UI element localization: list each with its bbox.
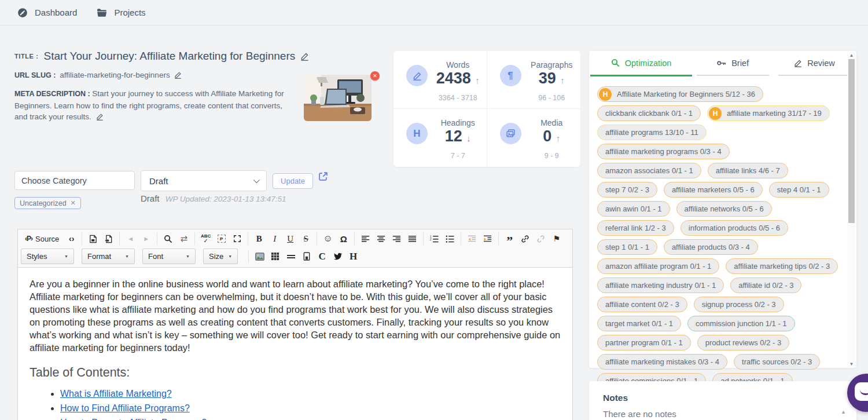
keyword-chip[interactable]: amazon affiliate program 0/1 - 1	[597, 258, 719, 274]
external-link-icon[interactable]	[318, 171, 328, 181]
code-snippet-icon[interactable]: ‹ ›	[64, 231, 78, 246]
align-right-icon[interactable]	[389, 231, 404, 246]
edit-meta-icon[interactable]	[96, 113, 104, 120]
blockquote-icon[interactable]: ”	[502, 231, 517, 246]
size-dropdown[interactable]: Size▼	[203, 249, 238, 264]
keyword-chip[interactable]: affiliate marketing programs 0/3 - 4	[597, 144, 730, 159]
tab-optimization[interactable]: Optimization	[590, 51, 692, 76]
link-icon[interactable]	[518, 231, 532, 246]
category-tag[interactable]: Uncategorized ✕	[14, 197, 81, 209]
save-document-icon[interactable]	[86, 231, 100, 246]
remove-category-icon[interactable]: ✕	[71, 199, 76, 207]
tab-review[interactable]: Review	[774, 51, 855, 76]
keyword-chip-label: amazon affiliate program 0/1 - 1	[605, 262, 711, 271]
keyword-chip[interactable]: signup process 0/2 - 3	[694, 297, 784, 312]
toc-list-item: What is Affiliate Marketing?	[60, 389, 561, 399]
keyword-chip[interactable]: product reviews 0/2 - 3	[697, 335, 790, 350]
editor-toolbar: ‹P›Source ‹ › ◄ ► ⇄ ABC✓ P B I U S ☺ Ω	[18, 229, 572, 268]
scrollbar-thumb[interactable]	[848, 59, 855, 223]
keyword-chip[interactable]: referral link 1/2 - 3	[597, 220, 674, 236]
align-center-icon[interactable]	[374, 231, 388, 246]
bulleted-list-icon[interactable]	[443, 231, 457, 246]
bold-icon[interactable]: B	[252, 231, 266, 246]
nav-projects-label: Projects	[114, 8, 145, 17]
update-button[interactable]: Update	[273, 173, 313, 189]
keyword-chip[interactable]: information products 0/5 - 6	[681, 220, 788, 236]
replace-icon[interactable]: ⇄	[176, 231, 191, 246]
unlink-icon[interactable]	[534, 231, 548, 246]
insert-image-icon[interactable]	[252, 249, 267, 264]
keyword-chip-label: clickbank clickbank 0/1 - 1	[605, 109, 693, 118]
keyword-chip[interactable]: step 7 0/2 - 3	[597, 182, 657, 198]
rotate-refresh-icon[interactable]: C	[315, 249, 329, 264]
keyword-chip[interactable]: traffic sources 0/2 - 3	[734, 354, 820, 370]
keyword-chip[interactable]: H affiliate marketing 31/17 - 19	[707, 105, 830, 121]
remove-image-button[interactable]: ✕	[370, 71, 380, 81]
font-dropdown[interactable]: Font▼	[142, 249, 196, 264]
emoji-icon[interactable]: ☺	[321, 231, 335, 246]
keyword-chip[interactable]: clickbank clickbank 0/1 - 1	[597, 105, 701, 121]
spellcheck-icon[interactable]: ABC✓	[198, 231, 213, 246]
format-dropdown[interactable]: Format▼	[82, 249, 135, 264]
edit-title-icon[interactable]	[300, 52, 309, 61]
keyword-chip-label: affiliate marketing 31/17 - 19	[727, 109, 822, 118]
keyword-chip[interactable]: affiliate marketers 0/5 - 6	[664, 182, 763, 198]
ordered-list-icon[interactable]: 12	[427, 231, 442, 246]
keyword-chip[interactable]: affiliate links 4/6 - 7	[708, 163, 788, 178]
editor-content-area[interactable]: Are you a beginner in the online busines…	[18, 268, 572, 420]
align-justify-icon[interactable]	[405, 231, 420, 246]
undo-icon[interactable]: ◄	[123, 231, 138, 246]
strikethrough-icon[interactable]: S	[299, 231, 313, 246]
tab-brief[interactable]: Brief	[692, 51, 774, 76]
keyword-chip[interactable]: affiliate networks 0/5 - 6	[676, 201, 772, 217]
panel-scrollbar[interactable]: ▲ ▼	[847, 52, 856, 367]
toc-list-item: How to Promote Affiliate Programs?	[60, 418, 561, 420]
scroll-up-arrow[interactable]: ▲	[847, 52, 856, 59]
styles-dropdown[interactable]: Styles▼	[21, 249, 74, 264]
notes-scroll-up-arrow[interactable]: ▲	[841, 409, 846, 415]
toc-link[interactable]: How to Find Affiliate Programs?	[60, 403, 190, 413]
keyword-chip[interactable]: amazon associates 0/1 - 1	[597, 163, 701, 178]
nav-item-dashboard[interactable]: Dashboard	[17, 8, 77, 18]
new-page-icon[interactable]	[101, 231, 116, 246]
status-select[interactable]: Draft	[141, 170, 267, 191]
anchor-flag-icon[interactable]: ⚑	[549, 231, 564, 246]
keyword-chip[interactable]: affiliate programs 13/10 - 11	[597, 125, 707, 140]
special-char-icon[interactable]: Ω	[336, 231, 351, 246]
keyword-chip[interactable]: affiliate marketing tips 0/2 - 3	[726, 258, 838, 274]
source-button[interactable]: ‹P›Source	[21, 231, 62, 246]
keyword-chip[interactable]: affiliate marketing industry 0/1 - 1	[597, 277, 724, 293]
keyword-chip[interactable]: step 4 0/1 - 1	[769, 182, 829, 198]
underline-icon[interactable]: U	[283, 231, 297, 246]
page-break-icon[interactable]	[299, 249, 314, 264]
keyword-chip[interactable]: affiliate products 0/3 - 4	[664, 239, 758, 255]
keyword-chip[interactable]: partner program 0/1 - 1	[597, 335, 691, 350]
stat-label: Media	[523, 118, 581, 127]
toc-link[interactable]: How to Promote Affiliate Programs?	[60, 418, 207, 420]
align-left-icon[interactable]	[358, 231, 373, 246]
twitter-icon[interactable]	[330, 249, 345, 264]
keyword-chip[interactable]: target market 0/1 - 1	[597, 316, 681, 331]
heading-icon[interactable]: H	[346, 249, 361, 264]
italic-icon[interactable]: I	[267, 231, 282, 246]
edit-slug-icon[interactable]	[174, 71, 182, 79]
scroll-down-arrow[interactable]: ▼	[847, 360, 856, 367]
keyword-chip[interactable]: commission junction 1/1 - 1	[687, 316, 795, 331]
redo-icon[interactable]: ►	[139, 231, 153, 246]
keyword-chip[interactable]: step 1 0/1 - 1	[597, 239, 657, 255]
increase-indent-icon[interactable]	[480, 231, 495, 246]
category-input[interactable]	[14, 171, 135, 190]
nav-item-projects[interactable]: Projects	[97, 8, 145, 17]
maximize-icon[interactable]	[230, 231, 244, 246]
keyword-chip[interactable]: affiliate marketing mistakes 0/3 - 4	[597, 354, 727, 370]
decrease-indent-icon[interactable]	[465, 231, 479, 246]
select-all-icon[interactable]: P	[214, 231, 229, 246]
toc-link[interactable]: What is Affiliate Marketing?	[60, 389, 172, 399]
keyword-chip[interactable]: H Affiliate Marketing for Beginners 5/12…	[597, 86, 763, 102]
keyword-chip[interactable]: affiliate content 0/2 - 3	[597, 297, 687, 312]
keyword-chip[interactable]: awin awin 0/1 - 1	[597, 201, 670, 217]
keyword-chip[interactable]: affiliate id 0/2 - 3	[730, 277, 801, 293]
horizontal-rule-icon[interactable]	[284, 249, 298, 264]
find-icon[interactable]	[161, 231, 175, 246]
insert-table-icon[interactable]	[268, 249, 282, 264]
